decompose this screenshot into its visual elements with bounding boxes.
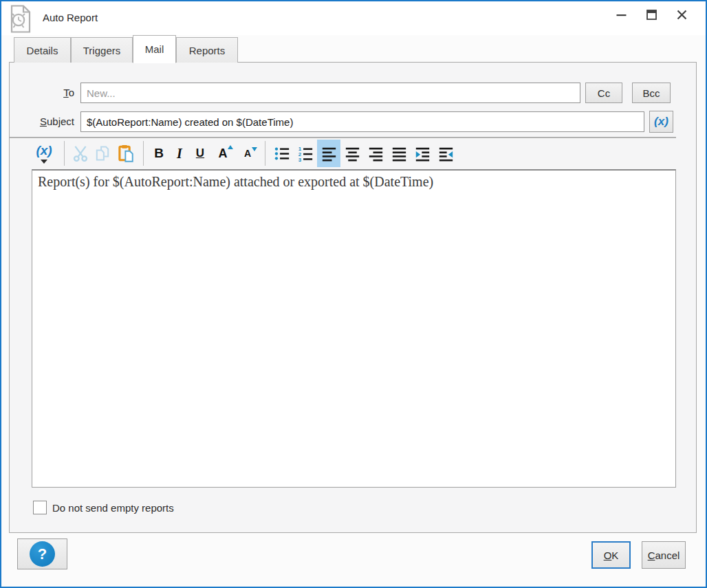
minimize-icon[interactable] <box>615 8 627 21</box>
checkbox-label: Do not send empty reports <box>52 502 174 514</box>
mail-body-editor[interactable]: Report(s) for $(AutoReport:Name) attache… <box>32 169 676 488</box>
underline-button[interactable]: U <box>190 140 210 167</box>
align-left-icon <box>320 145 338 162</box>
tab-triggers[interactable]: Triggers <box>71 37 133 63</box>
justify-icon <box>391 145 408 162</box>
toolbar-divider <box>143 141 144 166</box>
copy-button <box>91 140 113 167</box>
underline-icon: U <box>196 146 204 160</box>
scissors-icon <box>72 145 89 162</box>
help-button[interactable]: ? <box>17 538 67 569</box>
insert-field-dropdown-button[interactable]: (x) <box>29 140 59 167</box>
bold-icon: B <box>154 146 164 161</box>
mail-body-text: Report(s) for $(AutoReport:Name) attache… <box>38 174 433 189</box>
align-center-button[interactable] <box>340 140 364 167</box>
window-controls <box>615 8 688 21</box>
grow-font-button[interactable]: A <box>210 140 235 167</box>
formatting-toolbar: (x) <box>29 139 457 168</box>
align-left-button[interactable] <box>317 140 340 167</box>
paste-icon <box>117 144 135 162</box>
shrink-font-button[interactable]: A <box>235 140 260 167</box>
insert-field-icon: (x) <box>36 144 52 157</box>
numbered-list-button[interactable]: 1 2 3 <box>294 140 317 167</box>
maximize-icon[interactable] <box>645 8 657 21</box>
grow-font-icon: A <box>219 146 228 161</box>
cut-button <box>69 140 91 167</box>
mail-tab-page: To Cc Bcc Subject (x) (x) <box>9 62 697 533</box>
cc-button[interactable]: Cc <box>585 83 622 103</box>
shrink-font-icon: A <box>244 148 251 159</box>
copy-icon <box>94 145 111 162</box>
subject-insert-field-button[interactable]: (x) <box>649 111 673 133</box>
report-alarm-clock-icon <box>8 5 33 33</box>
bullet-list-icon <box>274 145 291 162</box>
justify-button[interactable] <box>387 140 411 167</box>
toolbar-divider <box>265 141 265 166</box>
increase-indent-icon <box>414 145 431 162</box>
align-center-icon <box>344 145 361 162</box>
do-not-send-empty-reports-checkbox[interactable] <box>33 501 47 514</box>
tab-mail[interactable]: Mail <box>133 35 176 63</box>
cancel-button[interactable]: Cancel <box>642 541 686 569</box>
align-right-button[interactable] <box>364 140 387 167</box>
auto-report-dialog: Auto Report Details Triggers Mail Report… <box>0 0 707 588</box>
empty-reports-checkbox-row: Do not send empty reports <box>33 501 174 514</box>
toolbar-separator <box>10 137 676 138</box>
paste-button[interactable] <box>113 140 138 167</box>
numbered-list-icon: 1 2 3 <box>297 145 314 162</box>
ok-button[interactable]: OK <box>591 541 631 569</box>
italic-button[interactable]: I <box>169 140 190 167</box>
toolbar-divider <box>64 141 65 166</box>
bcc-button[interactable]: Bcc <box>632 83 671 103</box>
to-label: To <box>10 87 74 98</box>
chevron-down-icon <box>41 160 47 164</box>
help-icon: ? <box>30 541 55 567</box>
to-input[interactable] <box>80 83 580 103</box>
decrease-indent-icon <box>437 145 455 162</box>
subject-input[interactable] <box>80 111 644 132</box>
decrease-indent-button[interactable] <box>434 140 457 167</box>
align-right-icon <box>367 145 384 162</box>
increase-indent-button[interactable] <box>411 140 434 167</box>
bullet-list-button[interactable] <box>270 140 294 167</box>
bold-button[interactable]: B <box>149 140 169 167</box>
tab-details[interactable]: Details <box>14 37 71 63</box>
window-title: Auto Report <box>43 12 98 23</box>
tab-reports[interactable]: Reports <box>176 37 238 63</box>
close-icon[interactable] <box>675 8 688 21</box>
svg-text:3: 3 <box>298 157 301 162</box>
titlebar: Auto Report <box>1 1 706 35</box>
italic-icon: I <box>177 146 182 162</box>
subject-label: Subject <box>10 116 74 127</box>
